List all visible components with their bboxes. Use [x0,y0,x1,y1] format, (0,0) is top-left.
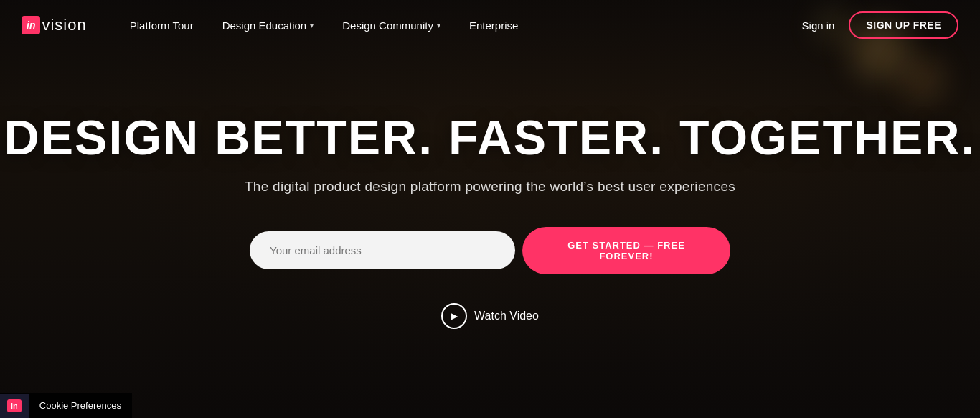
email-input[interactable] [250,231,515,269]
cta-button[interactable]: GET STARTED — FREE FOREVER! [522,227,730,274]
play-icon: ▶ [441,303,467,329]
cookie-bar: in Cookie Preferences [0,393,132,418]
hero-headline: DESIGN BETTER. FASTER. TOGETHER. [4,111,976,164]
cookie-preferences-label[interactable]: Cookie Preferences [29,393,132,418]
sign-up-button[interactable]: SIGN UP FREE [849,11,958,39]
hero-section: DESIGN BETTER. FASTER. TOGETHER. The dig… [0,0,980,418]
sign-in-link[interactable]: Sign in [802,19,835,32]
nav-label-enterprise: Enterprise [469,19,518,32]
nav-item-design-community[interactable]: Design Community ▾ [328,14,455,37]
hero-subtitle: The digital product design platform powe… [245,179,735,195]
cookie-brand-icon: in [7,399,22,412]
logo-box: in [22,16,40,34]
nav-item-enterprise[interactable]: Enterprise [455,14,532,37]
chevron-down-icon-community: ▾ [437,22,440,29]
nav-right: Sign in SIGN UP FREE [802,11,958,39]
logo-text: vision [42,16,86,34]
nav-label-design-education: Design Education [222,19,307,32]
nav-label-design-community: Design Community [342,19,433,32]
chevron-down-icon-education: ▾ [310,22,314,29]
cookie-icon-box: in [0,394,29,418]
nav-item-design-education[interactable]: Design Education ▾ [208,14,329,37]
navbar: in vision Platform Tour Design Education… [0,0,980,50]
hero-cta-group: GET STARTED — FREE FOREVER! [250,227,730,274]
nav-item-platform-tour[interactable]: Platform Tour [116,14,208,37]
watch-video-button[interactable]: ▶ Watch Video [441,303,539,329]
watch-video-label: Watch Video [474,310,539,322]
nav-links: Platform Tour Design Education ▾ Design … [116,14,802,37]
nav-label-platform-tour: Platform Tour [130,19,194,32]
logo[interactable]: in vision [22,16,87,34]
